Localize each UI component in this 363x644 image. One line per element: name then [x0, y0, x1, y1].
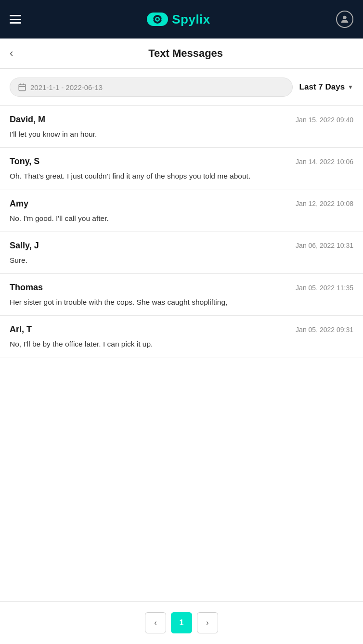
menu-button[interactable]	[10, 15, 21, 24]
current-page-button[interactable]: 1	[171, 612, 192, 633]
message-item[interactable]: Thomas Jan 05, 2022 11:35 Her sister got…	[0, 274, 363, 316]
user-avatar[interactable]	[336, 11, 353, 28]
prev-page-button[interactable]: ‹	[145, 612, 166, 633]
period-label: Last 7 Days	[299, 82, 345, 92]
contact-name: David, M	[10, 115, 45, 125]
message-preview: Sure.	[10, 255, 353, 266]
back-button[interactable]: ‹	[10, 48, 13, 59]
message-item[interactable]: Ari, T Jan 05, 2022 09:31 No, I'll be by…	[0, 316, 363, 358]
svg-rect-7	[19, 84, 26, 91]
logo-icon	[147, 13, 168, 26]
message-header-row: Ari, T Jan 05, 2022 09:31	[10, 324, 353, 335]
message-item[interactable]: Tony, S Jan 14, 2022 10:06 Oh. That's gr…	[0, 148, 363, 190]
date-range-value: 2021-1-1 - 2022-06-13	[30, 83, 103, 91]
calendar-icon	[18, 83, 26, 91]
date-range-input[interactable]: 2021-1-1 - 2022-06-13	[10, 77, 293, 97]
next-page-button[interactable]: ›	[197, 612, 218, 633]
contact-name: Ari, T	[10, 324, 32, 335]
chevron-down-icon: ▼	[348, 84, 353, 90]
page-title: Text Messages	[18, 47, 353, 60]
logo-text: Spylix	[172, 12, 210, 27]
message-preview: No. I'm good. I'll call you after.	[10, 213, 353, 224]
pagination: ‹ 1 ›	[0, 601, 363, 644]
svg-point-3	[156, 18, 159, 21]
message-item[interactable]: Amy Jan 12, 2022 10:08 No. I'm good. I'l…	[0, 190, 363, 232]
message-preview: I'll let you know in an hour.	[10, 129, 353, 140]
sub-header: ‹ Text Messages	[0, 39, 363, 69]
message-header-row: Thomas Jan 05, 2022 11:35	[10, 283, 353, 293]
message-time: Jan 06, 2022 10:31	[296, 242, 353, 249]
message-time: Jan 12, 2022 10:08	[296, 200, 353, 207]
message-header-row: Sally, J Jan 06, 2022 10:31	[10, 241, 353, 251]
filter-row: 2021-1-1 - 2022-06-13 Last 7 Days ▼	[0, 69, 363, 106]
contact-name: Thomas	[10, 283, 43, 293]
app-logo: Spylix	[147, 12, 210, 27]
contact-name: Sally, J	[10, 241, 39, 251]
avatar-icon	[339, 14, 350, 25]
message-item[interactable]: David, M Jan 15, 2022 09:40 I'll let you…	[0, 106, 363, 148]
message-header-row: Tony, S Jan 14, 2022 10:06	[10, 156, 353, 167]
message-time: Jan 05, 2022 09:31	[296, 326, 353, 334]
message-preview: Oh. That's great. I just couldn't find i…	[10, 170, 353, 181]
message-list: David, M Jan 15, 2022 09:40 I'll let you…	[0, 106, 363, 601]
message-item[interactable]: Sally, J Jan 06, 2022 10:31 Sure.	[0, 232, 363, 274]
message-time: Jan 15, 2022 09:40	[296, 116, 353, 124]
message-time: Jan 14, 2022 10:06	[296, 158, 353, 166]
contact-name: Tony, S	[10, 156, 39, 167]
svg-rect-4	[151, 18, 154, 20]
period-selector[interactable]: Last 7 Days ▼	[299, 82, 353, 92]
message-header-row: Amy Jan 12, 2022 10:08	[10, 199, 353, 209]
message-preview: No, I'll be by the office later. I can p…	[10, 338, 353, 349]
message-time: Jan 05, 2022 11:35	[296, 284, 353, 292]
app-header: Spylix	[0, 0, 363, 39]
message-preview: Her sister got in trouble with the cops.…	[10, 296, 353, 308]
contact-name: Amy	[10, 199, 28, 209]
svg-point-6	[343, 16, 346, 19]
svg-rect-5	[161, 18, 164, 20]
page-content: ‹ Text Messages 2021-1-1 - 2022-06-13 La…	[0, 39, 363, 644]
message-header-row: David, M Jan 15, 2022 09:40	[10, 115, 353, 125]
